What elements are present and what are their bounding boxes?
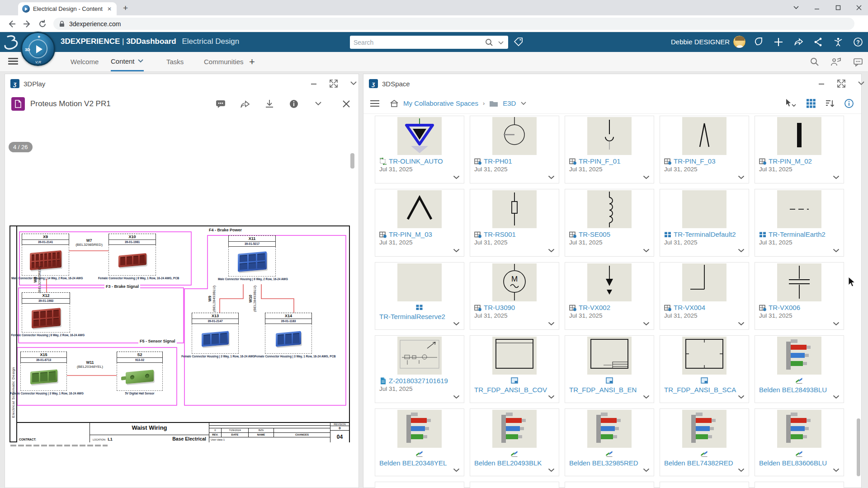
tile-thumbnail[interactable] [660, 263, 749, 302]
forward-icon[interactable] [22, 19, 33, 29]
search-input[interactable] [354, 39, 485, 46]
tile-thumbnail[interactable] [660, 189, 749, 229]
tile-expand-chevron-icon[interactable] [453, 175, 460, 179]
tile-thumbnail[interactable] [375, 409, 464, 449]
tile-expand-chevron-icon[interactable] [738, 468, 745, 472]
tile-expand-chevron-icon[interactable] [548, 249, 555, 253]
breadcrumb-root[interactable]: My Collaborative Spaces [403, 99, 478, 107]
tile-expand-chevron-icon[interactable] [643, 322, 650, 326]
close-document-icon[interactable] [340, 98, 352, 110]
content-tile[interactable]: TR-OLINK_AUTOJul 31, 2025 [375, 116, 464, 183]
tile-label[interactable]: Belden BEL32985RED [569, 459, 638, 467]
chat-icon[interactable] [853, 56, 863, 67]
tile-expand-chevron-icon[interactable] [548, 468, 555, 472]
content-tile[interactable]: TR-VX004Jul 31, 2025 [660, 262, 749, 330]
content-tile[interactable]: TR-PH01Jul 31, 2025 [470, 116, 559, 183]
tile-label[interactable]: TR_FDP_ANSI_B_COV [474, 386, 547, 394]
tile-label[interactable]: TR-VX004 [674, 304, 705, 311]
tile-label[interactable]: TR-OLINK_AUTO [389, 157, 443, 165]
tile-label[interactable]: TR-U3090 [484, 304, 515, 311]
content-tile[interactable]: M TR-U3090Jul 31, 2025 [470, 262, 559, 330]
content-tile[interactable]: TR-PIN_F_01Jul 31, 2025 [565, 116, 654, 183]
chevron-down-icon[interactable] [137, 59, 144, 63]
tile-thumbnail[interactable] [375, 263, 464, 302]
tile-expand-chevron-icon[interactable] [453, 468, 460, 472]
tile-expand-chevron-icon[interactable] [548, 175, 555, 179]
document-viewer[interactable]: 4 / 26 Electrical Schematic Design F3 - [5, 115, 359, 488]
tab-welcome[interactable]: Welcome [71, 52, 99, 71]
tile-label[interactable]: Belden BEL83606BLU [759, 459, 827, 467]
tile-expand-chevron-icon[interactable] [548, 322, 555, 326]
tile-label[interactable]: Belden BEL20348YEL [379, 459, 447, 467]
content-tile[interactable]: TR-TerminalEarth2Jul 31, 2025 [755, 189, 844, 257]
window-close-icon[interactable] [855, 4, 863, 12]
tile-thumbnail[interactable] [660, 409, 749, 449]
tile-thumbnail[interactable] [565, 263, 654, 302]
tile-label[interactable]: TR-PIN_F_01 [579, 157, 621, 165]
viewer-scrollbar[interactable] [350, 153, 354, 169]
expand-widget-icon[interactable] [835, 78, 847, 89]
share-network-icon[interactable] [813, 37, 824, 47]
user-name[interactable]: Debbie DESIGNER [671, 38, 730, 46]
reload-icon[interactable] [37, 19, 48, 29]
grid-view-icon[interactable] [805, 98, 817, 109]
minimize-widget-icon[interactable] [308, 78, 320, 89]
content-tile[interactable]: TR-SE005Jul 31, 2025 [565, 189, 654, 257]
tile-expand-chevron-icon[interactable] [833, 322, 840, 326]
tile-expand-chevron-icon[interactable] [643, 249, 650, 253]
tile-thumbnail[interactable] [470, 189, 559, 229]
browser-tab[interactable]: Electrical Design - Content ✕ [18, 2, 117, 15]
content-tile[interactable]: Z-20180327101619Jul 31, 2025 [375, 335, 464, 403]
more-chevron-icon[interactable] [312, 98, 324, 110]
share-document-icon[interactable] [239, 98, 251, 110]
info-panel-icon[interactable] [843, 98, 855, 109]
back-icon[interactable] [6, 19, 17, 29]
tile-expand-chevron-icon[interactable] [833, 395, 840, 399]
search-options-chevron-icon[interactable] [497, 39, 505, 46]
tile-thumbnail[interactable] [755, 409, 844, 449]
content-tile[interactable]: TR_FDP_ANSI_B_COV [470, 335, 559, 403]
tile-expand-chevron-icon[interactable] [453, 249, 460, 253]
minimize-widget-icon[interactable] [816, 78, 827, 89]
content-tile[interactable]: TR_FDP_ANSI_B_EN [565, 335, 654, 403]
tile-thumbnail[interactable] [565, 409, 654, 449]
content-tile[interactable]: TR-PIN_M_02Jul 31, 2025 [755, 116, 844, 183]
window-maximize-icon[interactable] [834, 4, 842, 12]
notifications-tag-icon[interactable] [753, 37, 764, 47]
widget-menu-chevron-icon[interactable] [855, 78, 867, 89]
tile-label[interactable]: TR-SE005 [579, 230, 610, 238]
dashboard-menu-icon[interactable] [8, 58, 18, 65]
content-tile-partial[interactable] [375, 482, 464, 488]
avatar[interactable] [733, 35, 746, 48]
tag-search-icon[interactable] [513, 37, 524, 47]
tile-label[interactable]: Belden BEL74382RED [664, 459, 733, 467]
tile-thumbnail[interactable] [565, 189, 654, 229]
tile-expand-chevron-icon[interactable] [738, 395, 745, 399]
content-tile-partial[interactable] [755, 482, 844, 488]
add-tab-button[interactable]: + [249, 52, 255, 71]
window-minimize-icon[interactable] [813, 4, 821, 12]
tile-thumbnail[interactable] [660, 116, 749, 156]
content-tile[interactable]: Belden BEL20348YEL [375, 408, 464, 476]
tile-label[interactable]: TR-VX006 [769, 304, 800, 311]
tab-communities[interactable]: Communities [204, 52, 244, 71]
tile-label[interactable]: TR-TerminalReserve2 [379, 313, 445, 320]
download-icon[interactable] [264, 98, 275, 110]
breadcrumb-folder[interactable]: E3D [503, 99, 516, 107]
content-tile-partial[interactable] [565, 482, 654, 488]
add-content-icon[interactable] [773, 37, 784, 47]
tile-expand-chevron-icon[interactable] [738, 175, 745, 179]
tile-label[interactable]: Belden BEL20493BLK [474, 459, 542, 467]
tile-expand-chevron-icon[interactable] [833, 468, 840, 472]
content-tile[interactable]: TR-VX006Jul 31, 2025 [755, 262, 844, 330]
tile-expand-chevron-icon[interactable] [453, 395, 460, 399]
tile-expand-chevron-icon[interactable] [548, 395, 555, 399]
tile-label[interactable]: TR-VX002 [579, 304, 610, 311]
tile-thumbnail[interactable] [375, 336, 464, 375]
3ds-compass-logo[interactable]: 3DV,R✦ [21, 32, 55, 66]
content-tile[interactable]: Belden BEL28493BLU [755, 335, 844, 403]
tile-expand-chevron-icon[interactable] [643, 468, 650, 472]
breadcrumb-chevron-icon[interactable] [520, 101, 527, 106]
3ds-people-icon[interactable] [833, 37, 844, 47]
content-tile[interactable]: TR-PIN_M_03Jul 31, 2025 [375, 189, 464, 257]
